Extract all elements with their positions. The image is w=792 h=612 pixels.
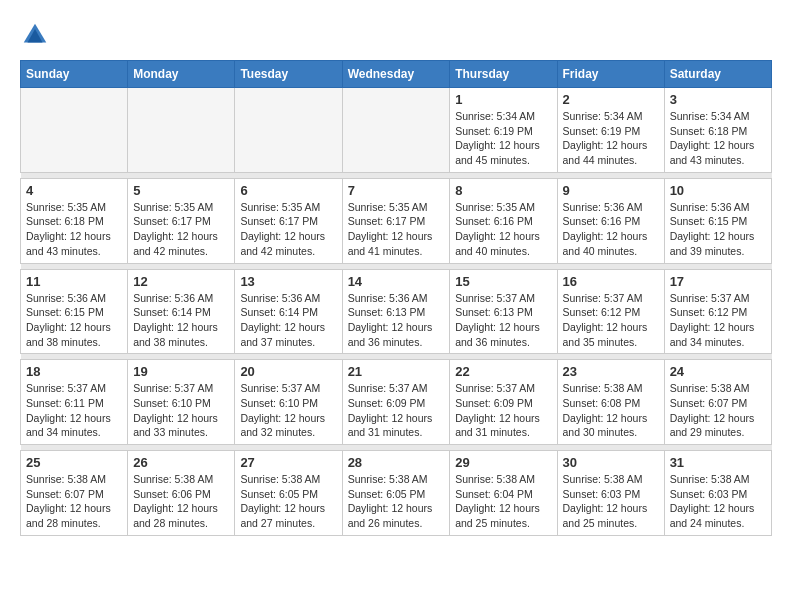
calendar-week-3: 11Sunrise: 5:36 AM Sunset: 6:15 PM Dayli… xyxy=(21,269,772,354)
day-info: Sunrise: 5:38 AM Sunset: 6:08 PM Dayligh… xyxy=(563,381,659,440)
calendar-cell: 4Sunrise: 5:35 AM Sunset: 6:18 PM Daylig… xyxy=(21,178,128,263)
calendar-cell: 31Sunrise: 5:38 AM Sunset: 6:03 PM Dayli… xyxy=(664,451,771,536)
calendar-cell xyxy=(342,88,450,173)
day-number: 16 xyxy=(563,274,659,289)
calendar-cell: 13Sunrise: 5:36 AM Sunset: 6:14 PM Dayli… xyxy=(235,269,342,354)
calendar-cell: 19Sunrise: 5:37 AM Sunset: 6:10 PM Dayli… xyxy=(128,360,235,445)
day-info: Sunrise: 5:36 AM Sunset: 6:15 PM Dayligh… xyxy=(26,291,122,350)
day-number: 22 xyxy=(455,364,551,379)
day-info: Sunrise: 5:34 AM Sunset: 6:18 PM Dayligh… xyxy=(670,109,766,168)
day-number: 18 xyxy=(26,364,122,379)
calendar-cell: 30Sunrise: 5:38 AM Sunset: 6:03 PM Dayli… xyxy=(557,451,664,536)
calendar-cell: 14Sunrise: 5:36 AM Sunset: 6:13 PM Dayli… xyxy=(342,269,450,354)
calendar-cell: 25Sunrise: 5:38 AM Sunset: 6:07 PM Dayli… xyxy=(21,451,128,536)
day-info: Sunrise: 5:37 AM Sunset: 6:13 PM Dayligh… xyxy=(455,291,551,350)
day-info: Sunrise: 5:37 AM Sunset: 6:10 PM Dayligh… xyxy=(133,381,229,440)
day-number: 10 xyxy=(670,183,766,198)
day-info: Sunrise: 5:37 AM Sunset: 6:09 PM Dayligh… xyxy=(348,381,445,440)
day-number: 31 xyxy=(670,455,766,470)
day-info: Sunrise: 5:38 AM Sunset: 6:05 PM Dayligh… xyxy=(240,472,336,531)
day-info: Sunrise: 5:37 AM Sunset: 6:09 PM Dayligh… xyxy=(455,381,551,440)
day-number: 2 xyxy=(563,92,659,107)
calendar-week-2: 4Sunrise: 5:35 AM Sunset: 6:18 PM Daylig… xyxy=(21,178,772,263)
day-info: Sunrise: 5:38 AM Sunset: 6:05 PM Dayligh… xyxy=(348,472,445,531)
calendar-cell: 1Sunrise: 5:34 AM Sunset: 6:19 PM Daylig… xyxy=(450,88,557,173)
calendar-header: SundayMondayTuesdayWednesdayThursdayFrid… xyxy=(21,61,772,88)
calendar-cell: 3Sunrise: 5:34 AM Sunset: 6:18 PM Daylig… xyxy=(664,88,771,173)
calendar-week-4: 18Sunrise: 5:37 AM Sunset: 6:11 PM Dayli… xyxy=(21,360,772,445)
day-of-week-friday: Friday xyxy=(557,61,664,88)
day-info: Sunrise: 5:38 AM Sunset: 6:04 PM Dayligh… xyxy=(455,472,551,531)
calendar-cell: 28Sunrise: 5:38 AM Sunset: 6:05 PM Dayli… xyxy=(342,451,450,536)
day-number: 6 xyxy=(240,183,336,198)
day-info: Sunrise: 5:35 AM Sunset: 6:18 PM Dayligh… xyxy=(26,200,122,259)
calendar-cell xyxy=(21,88,128,173)
calendar-cell: 20Sunrise: 5:37 AM Sunset: 6:10 PM Dayli… xyxy=(235,360,342,445)
day-of-week-monday: Monday xyxy=(128,61,235,88)
calendar-cell: 24Sunrise: 5:38 AM Sunset: 6:07 PM Dayli… xyxy=(664,360,771,445)
day-info: Sunrise: 5:37 AM Sunset: 6:12 PM Dayligh… xyxy=(563,291,659,350)
calendar-cell: 7Sunrise: 5:35 AM Sunset: 6:17 PM Daylig… xyxy=(342,178,450,263)
day-number: 20 xyxy=(240,364,336,379)
day-number: 24 xyxy=(670,364,766,379)
day-number: 3 xyxy=(670,92,766,107)
day-number: 17 xyxy=(670,274,766,289)
day-number: 15 xyxy=(455,274,551,289)
calendar-cell: 6Sunrise: 5:35 AM Sunset: 6:17 PM Daylig… xyxy=(235,178,342,263)
calendar-table: SundayMondayTuesdayWednesdayThursdayFrid… xyxy=(20,60,772,536)
day-of-week-saturday: Saturday xyxy=(664,61,771,88)
day-info: Sunrise: 5:37 AM Sunset: 6:12 PM Dayligh… xyxy=(670,291,766,350)
calendar-cell: 16Sunrise: 5:37 AM Sunset: 6:12 PM Dayli… xyxy=(557,269,664,354)
calendar-cell: 18Sunrise: 5:37 AM Sunset: 6:11 PM Dayli… xyxy=(21,360,128,445)
calendar-cell: 8Sunrise: 5:35 AM Sunset: 6:16 PM Daylig… xyxy=(450,178,557,263)
calendar-cell: 27Sunrise: 5:38 AM Sunset: 6:05 PM Dayli… xyxy=(235,451,342,536)
day-number: 8 xyxy=(455,183,551,198)
day-info: Sunrise: 5:35 AM Sunset: 6:17 PM Dayligh… xyxy=(133,200,229,259)
calendar-cell: 21Sunrise: 5:37 AM Sunset: 6:09 PM Dayli… xyxy=(342,360,450,445)
day-number: 29 xyxy=(455,455,551,470)
day-info: Sunrise: 5:36 AM Sunset: 6:14 PM Dayligh… xyxy=(133,291,229,350)
day-info: Sunrise: 5:34 AM Sunset: 6:19 PM Dayligh… xyxy=(563,109,659,168)
day-number: 9 xyxy=(563,183,659,198)
day-number: 28 xyxy=(348,455,445,470)
day-number: 14 xyxy=(348,274,445,289)
day-number: 5 xyxy=(133,183,229,198)
day-number: 27 xyxy=(240,455,336,470)
calendar-cell: 10Sunrise: 5:36 AM Sunset: 6:15 PM Dayli… xyxy=(664,178,771,263)
day-info: Sunrise: 5:36 AM Sunset: 6:14 PM Dayligh… xyxy=(240,291,336,350)
calendar-cell: 15Sunrise: 5:37 AM Sunset: 6:13 PM Dayli… xyxy=(450,269,557,354)
day-info: Sunrise: 5:38 AM Sunset: 6:07 PM Dayligh… xyxy=(670,381,766,440)
day-info: Sunrise: 5:38 AM Sunset: 6:03 PM Dayligh… xyxy=(563,472,659,531)
day-of-week-wednesday: Wednesday xyxy=(342,61,450,88)
day-number: 12 xyxy=(133,274,229,289)
calendar-cell: 5Sunrise: 5:35 AM Sunset: 6:17 PM Daylig… xyxy=(128,178,235,263)
day-number: 25 xyxy=(26,455,122,470)
calendar-cell: 12Sunrise: 5:36 AM Sunset: 6:14 PM Dayli… xyxy=(128,269,235,354)
day-number: 23 xyxy=(563,364,659,379)
day-of-week-sunday: Sunday xyxy=(21,61,128,88)
day-number: 4 xyxy=(26,183,122,198)
day-info: Sunrise: 5:38 AM Sunset: 6:03 PM Dayligh… xyxy=(670,472,766,531)
day-number: 13 xyxy=(240,274,336,289)
calendar-cell xyxy=(128,88,235,173)
day-info: Sunrise: 5:38 AM Sunset: 6:07 PM Dayligh… xyxy=(26,472,122,531)
calendar-cell xyxy=(235,88,342,173)
day-info: Sunrise: 5:35 AM Sunset: 6:16 PM Dayligh… xyxy=(455,200,551,259)
calendar-cell: 23Sunrise: 5:38 AM Sunset: 6:08 PM Dayli… xyxy=(557,360,664,445)
calendar-cell: 2Sunrise: 5:34 AM Sunset: 6:19 PM Daylig… xyxy=(557,88,664,173)
day-info: Sunrise: 5:36 AM Sunset: 6:15 PM Dayligh… xyxy=(670,200,766,259)
calendar-cell: 26Sunrise: 5:38 AM Sunset: 6:06 PM Dayli… xyxy=(128,451,235,536)
day-of-week-tuesday: Tuesday xyxy=(235,61,342,88)
day-info: Sunrise: 5:36 AM Sunset: 6:13 PM Dayligh… xyxy=(348,291,445,350)
logo-icon xyxy=(20,20,50,50)
calendar-body: 1Sunrise: 5:34 AM Sunset: 6:19 PM Daylig… xyxy=(21,88,772,536)
day-number: 1 xyxy=(455,92,551,107)
calendar-cell: 17Sunrise: 5:37 AM Sunset: 6:12 PM Dayli… xyxy=(664,269,771,354)
day-info: Sunrise: 5:35 AM Sunset: 6:17 PM Dayligh… xyxy=(240,200,336,259)
day-of-week-thursday: Thursday xyxy=(450,61,557,88)
days-of-week-row: SundayMondayTuesdayWednesdayThursdayFrid… xyxy=(21,61,772,88)
calendar-cell: 11Sunrise: 5:36 AM Sunset: 6:15 PM Dayli… xyxy=(21,269,128,354)
day-info: Sunrise: 5:36 AM Sunset: 6:16 PM Dayligh… xyxy=(563,200,659,259)
day-number: 30 xyxy=(563,455,659,470)
day-number: 7 xyxy=(348,183,445,198)
